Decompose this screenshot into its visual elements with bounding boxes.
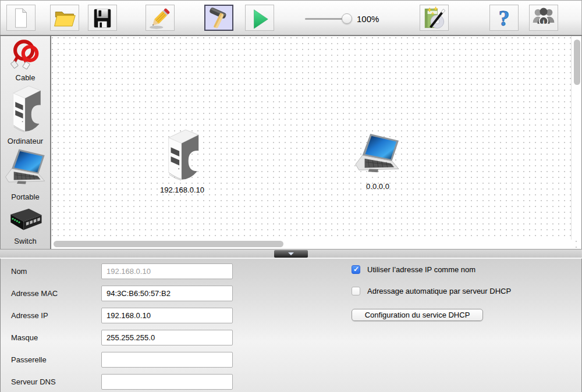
play-icon bbox=[249, 7, 271, 29]
adresse-mac-field[interactable] bbox=[101, 286, 233, 301]
node-server[interactable]: 192.168.0.10 bbox=[144, 127, 220, 194]
sidebar-item-ordinateur[interactable]: Ordinateur bbox=[1, 83, 50, 145]
software-wizard-button[interactable] bbox=[420, 5, 449, 31]
panel-divider bbox=[0, 249, 582, 258]
checkbox-label: Utiliser l’adresse IP comme nom bbox=[367, 265, 475, 274]
tower-computer-icon bbox=[7, 83, 44, 134]
vertical-scrollbar-track[interactable] bbox=[571, 36, 581, 240]
about-icon: i bbox=[531, 6, 556, 30]
new-document-button[interactable] bbox=[6, 5, 36, 31]
field-label: Serveur DNS bbox=[11, 374, 56, 390]
sidebar-item-label: Cable bbox=[1, 73, 50, 82]
node-label: 192.168.0.10 bbox=[144, 186, 220, 194]
laptop-icon bbox=[3, 148, 48, 190]
horizontal-scrollbar-thumb[interactable] bbox=[54, 241, 283, 247]
simulation-mode-button[interactable] bbox=[245, 5, 274, 31]
about-button[interactable]: i bbox=[529, 5, 558, 31]
dhcp-auto-checkbox[interactable] bbox=[352, 287, 360, 295]
field-label: Nom bbox=[11, 263, 27, 279]
tower-computer-icon bbox=[162, 127, 203, 181]
form-row-dns: Serveur DNS bbox=[1, 374, 245, 390]
open-file-button[interactable] bbox=[50, 5, 79, 31]
zoom-level-label: 100% bbox=[357, 14, 379, 24]
app-window: 100% ? bbox=[0, 0, 582, 392]
design-mode-button[interactable] bbox=[204, 5, 233, 31]
zoom-slider-knob[interactable] bbox=[342, 13, 352, 24]
component-palette: Cable Ordinateur bbox=[0, 36, 51, 249]
vertical-scrollbar-thumb[interactable] bbox=[574, 40, 580, 85]
toolbar: 100% ? bbox=[0, 0, 582, 35]
field-label: Masque bbox=[11, 330, 38, 345]
passerelle-field[interactable] bbox=[101, 352, 233, 368]
network-canvas[interactable]: 192.168.0.10 0.0.0.0 bbox=[51, 36, 582, 249]
field-label: Adresse IP bbox=[11, 308, 48, 323]
node-laptop[interactable]: 0.0.0.0 bbox=[340, 133, 416, 191]
adresse-ip-field[interactable] bbox=[101, 308, 233, 323]
software-wizard-icon bbox=[422, 6, 446, 30]
field-label: Passerelle bbox=[11, 352, 47, 368]
sidebar-item-cable[interactable]: Cable bbox=[1, 38, 50, 82]
form-row-ip: Adresse IP bbox=[1, 308, 245, 323]
node-label: 0.0.0.0 bbox=[340, 182, 416, 191]
sidebar-item-label: Ordinateur bbox=[1, 137, 50, 145]
form-row-passerelle: Passerelle bbox=[1, 352, 245, 368]
open-file-icon bbox=[53, 7, 76, 29]
use-ip-as-name-checkbox[interactable] bbox=[352, 265, 360, 274]
dhcp-config-button[interactable]: Configuration du service DHCP bbox=[352, 309, 483, 321]
config-panel: Nom Adresse MAC Adresse IP Masque Passer… bbox=[0, 258, 582, 392]
new-document-icon bbox=[10, 7, 32, 29]
checkbox-row-dhcp-auto: Adressage automatique par serveur DHCP bbox=[352, 287, 511, 295]
laptop-icon bbox=[353, 133, 402, 178]
help-button[interactable]: ? bbox=[489, 5, 519, 31]
switch-icon bbox=[6, 206, 45, 234]
svg-text:?: ? bbox=[498, 6, 509, 30]
checkbox-row-use-ip-as-name: Utiliser l’adresse IP comme nom bbox=[352, 265, 475, 274]
pencil-icon bbox=[148, 6, 172, 30]
cable-icon bbox=[6, 38, 45, 70]
masque-field[interactable] bbox=[101, 330, 233, 345]
form-row-nom: Nom bbox=[1, 263, 245, 279]
form-row-masque: Masque bbox=[1, 330, 245, 345]
sidebar-item-label: Switch bbox=[1, 237, 50, 245]
sidebar-item-label: Portable bbox=[1, 193, 50, 201]
edit-mode-button[interactable] bbox=[146, 5, 175, 31]
main-area: Cable Ordinateur bbox=[0, 35, 582, 249]
save-button[interactable] bbox=[88, 5, 117, 31]
help-icon: ? bbox=[492, 6, 516, 30]
nom-field[interactable] bbox=[101, 263, 233, 279]
sidebar-item-portable[interactable]: Portable bbox=[1, 148, 50, 201]
chevron-down-icon bbox=[288, 252, 294, 255]
checkbox-label: Adressage automatique par serveur DHCP bbox=[367, 287, 511, 295]
svg-text:i: i bbox=[542, 17, 544, 24]
field-label: Adresse MAC bbox=[11, 286, 58, 301]
sidebar-item-switch[interactable]: Switch bbox=[1, 206, 50, 245]
hammer-icon bbox=[207, 6, 230, 30]
collapse-panel-button[interactable] bbox=[274, 250, 308, 258]
form-row-mac: Adresse MAC bbox=[1, 286, 245, 301]
save-icon bbox=[91, 7, 113, 29]
horizontal-scrollbar-track[interactable] bbox=[51, 240, 572, 249]
serveur-dns-field[interactable] bbox=[101, 374, 233, 390]
